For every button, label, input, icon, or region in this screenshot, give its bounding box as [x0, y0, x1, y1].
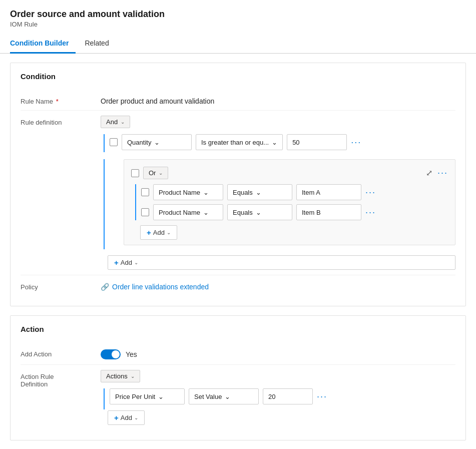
required-indicator: *	[56, 98, 59, 105]
quantity-checkbox[interactable]	[110, 138, 118, 146]
condition-section: Condition Rule Name * Order product and …	[10, 63, 466, 306]
or-group-header: Or ⌄ ⤢ ···	[131, 167, 448, 179]
action-add-chevron-icon: ⌄	[134, 415, 138, 420]
or-operator-select[interactable]: Or ⌄	[143, 167, 168, 179]
or-add-plus-icon: +	[147, 228, 151, 237]
or-group: Or ⌄ ⤢ ···	[124, 159, 455, 245]
policy-value: 🔗 Order line validations extended	[101, 280, 455, 291]
tab-related[interactable]: Related	[85, 35, 116, 54]
price-per-unit-field-chevron-icon: ⌄	[158, 393, 164, 400]
product-name-b-value-input[interactable]: Item B	[296, 204, 361, 220]
rule-name-value: Order product and amount validation	[101, 95, 455, 105]
rule-definition-row: Rule definition And ⌄ Quantity ⌄ Is grea…	[21, 111, 455, 275]
add-action-toggle[interactable]	[101, 349, 121, 359]
product-name-a-field-select[interactable]: Product Name ⌄	[153, 184, 223, 200]
tabs-bar: Condition Builder Related	[0, 35, 476, 54]
product-name-row-b: Product Name ⌄ Equals ⌄ Item B ···	[141, 204, 448, 220]
and-chevron-icon: ⌄	[121, 119, 125, 125]
product-name-b-more-button[interactable]: ···	[365, 207, 376, 218]
or-chevron-icon: ⌄	[159, 170, 163, 176]
price-per-unit-row: Price Per Unit ⌄ Set Value ⌄ 20 ···	[110, 388, 455, 404]
action-more-button[interactable]: ···	[317, 391, 327, 402]
or-group-more-button[interactable]: ···	[437, 168, 448, 178]
quantity-value-input[interactable]: 50	[287, 134, 347, 150]
quantity-more-button[interactable]: ···	[351, 137, 361, 148]
product-name-a-checkbox[interactable]	[141, 188, 149, 196]
rule-name-label: Rule Name *	[21, 95, 101, 105]
or-group-icons: ⤢ ···	[426, 168, 448, 178]
rule-definition-label: Rule definition	[21, 116, 101, 126]
action-section-title: Action	[21, 325, 455, 333]
action-rule-def-row: Action Rule Definition Actions ⌄ Price P…	[21, 365, 455, 430]
and-group-header: And ⌄	[101, 116, 455, 128]
condition-section-title: Condition	[21, 72, 455, 81]
product-name-a-more-button[interactable]: ···	[365, 187, 376, 198]
quantity-operator-select[interactable]: Is greater than or equ... ⌄	[196, 134, 283, 150]
add-action-label: Add Action	[21, 347, 101, 358]
condition-add-plus-icon: +	[114, 258, 119, 267]
set-value-operator-select[interactable]: Set Value ⌄	[189, 388, 259, 404]
add-action-value: Yes	[101, 347, 455, 359]
tab-condition-builder[interactable]: Condition Builder	[10, 35, 76, 54]
product-name-row-a: Product Name ⌄ Equals ⌄ Item A ···	[141, 184, 448, 200]
actions-chevron-icon: ⌄	[131, 373, 135, 379]
product-name-b-operator-chevron-icon: ⌄	[256, 209, 261, 216]
or-add-chevron-icon: ⌄	[167, 230, 171, 235]
product-name-a-operator-chevron-icon: ⌄	[256, 189, 261, 196]
add-action-row: Add Action Yes	[21, 342, 455, 365]
toggle-yes-label: Yes	[126, 350, 137, 358]
action-rule-def-label: Action Rule Definition	[21, 370, 101, 388]
or-group-checkbox[interactable]	[131, 169, 139, 177]
action-add-button[interactable]: + Add ⌄	[108, 410, 145, 425]
and-operator-select[interactable]: And ⌄	[101, 116, 130, 128]
condition-add-button[interactable]: + Add ⌄	[108, 255, 455, 270]
product-name-a-field-chevron-icon: ⌄	[203, 189, 209, 196]
action-rule-def-area: Actions ⌄ Price Per Unit ⌄ Set Value ⌄ 2…	[101, 370, 455, 425]
policy-row: Policy 🔗 Order line validations extended	[21, 275, 455, 296]
quantity-field-chevron-icon: ⌄	[154, 139, 160, 146]
action-add-plus-icon: +	[114, 413, 119, 422]
condition-area: And ⌄ Quantity ⌄ Is greater than or equ.…	[101, 116, 455, 270]
policy-label: Policy	[21, 280, 101, 291]
or-group-add-button[interactable]: + Add ⌄	[140, 225, 177, 240]
toggle-container: Yes	[101, 347, 455, 359]
set-value-operator-chevron-icon: ⌄	[225, 393, 230, 400]
product-name-b-field-chevron-icon: ⌄	[203, 209, 209, 216]
or-group-header-left: Or ⌄	[131, 167, 168, 179]
page-header: Order source and amount validation IOM R…	[0, 0, 476, 31]
action-value-input[interactable]: 20	[263, 388, 313, 404]
product-name-b-operator-select[interactable]: Equals ⌄	[227, 204, 292, 220]
product-name-b-field-select[interactable]: Product Name ⌄	[153, 204, 223, 220]
policy-link-icon: 🔗	[101, 283, 109, 291]
compress-icon[interactable]: ⤢	[426, 168, 432, 178]
condition-add-chevron-icon: ⌄	[134, 260, 138, 265]
page-title: Order source and amount validation	[10, 9, 466, 20]
price-per-unit-field-select[interactable]: Price Per Unit ⌄	[110, 388, 185, 404]
actions-operator-select[interactable]: Actions ⌄	[101, 370, 140, 382]
product-name-a-operator-select[interactable]: Equals ⌄	[227, 184, 292, 200]
toggle-thumb	[112, 350, 120, 358]
quantity-field-select[interactable]: Quantity ⌄	[122, 134, 192, 150]
action-section: Action Add Action Yes Action Rule Defini…	[10, 315, 466, 440]
product-name-a-value-input[interactable]: Item A	[296, 184, 361, 200]
policy-link[interactable]: 🔗 Order line validations extended	[101, 280, 455, 291]
page-subtitle: IOM Rule	[10, 21, 466, 28]
rule-name-row: Rule Name * Order product and amount val…	[21, 90, 455, 111]
product-name-b-checkbox[interactable]	[141, 208, 149, 216]
quantity-operator-chevron-icon: ⌄	[272, 139, 277, 146]
